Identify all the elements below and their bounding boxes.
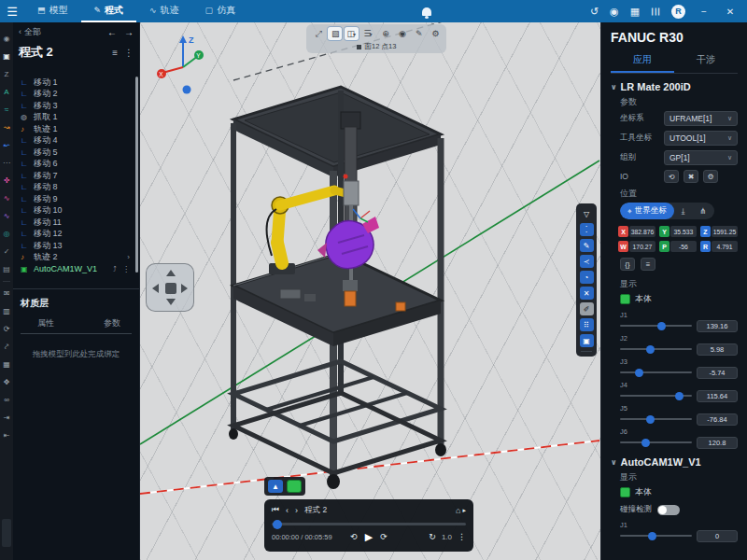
- viewport-tool-button[interactable]: ▧: [328, 27, 342, 40]
- nav-forward-icon[interactable]: →: [124, 27, 134, 37]
- machine-section-header[interactable]: ∨ AutoCAM1W_V1: [611, 456, 738, 468]
- edit-tool-button[interactable]: ▽: [580, 207, 594, 220]
- viewport-tool-button[interactable]: ☰▾: [361, 27, 375, 40]
- tool-frame-segment[interactable]: ⤓: [674, 203, 693, 219]
- rail-tool-icon[interactable]: ⇤: [4, 427, 10, 444]
- edit-tool-button[interactable]: ✎: [580, 239, 594, 252]
- rail-tool-icon[interactable]: ◉: [4, 30, 10, 48]
- viewport-tool-button[interactable]: ⚙: [428, 27, 442, 40]
- rail-tool-icon[interactable]: ✜: [4, 172, 10, 189]
- joint-value[interactable]: 115.64: [697, 390, 738, 402]
- loop-icon[interactable]: ⟳: [380, 532, 388, 541]
- playbar-program-label[interactable]: 程式 2: [304, 505, 327, 516]
- program-step[interactable]: ♪ 轨迹 2 ›: [13, 252, 139, 264]
- gripper-state-icon[interactable]: [287, 480, 302, 493]
- axis-value[interactable]: 1591.25: [712, 226, 738, 237]
- rail-tool-icon[interactable]: ✥: [4, 373, 10, 391]
- rail-tool-icon[interactable]: ⋯: [3, 154, 10, 172]
- restart-icon[interactable]: ⟲: [350, 532, 358, 541]
- pose-list-button[interactable]: ≡: [641, 258, 655, 271]
- main-tab[interactable]: ▢ 仿真: [192, 0, 249, 22]
- play-button[interactable]: ▶: [365, 531, 373, 543]
- dpad-down-icon[interactable]: [166, 299, 176, 305]
- orientation-gizmo[interactable]: Z X Y: [151, 28, 217, 103]
- machine-axis-value[interactable]: 0: [697, 530, 738, 542]
- axis-value[interactable]: 4.791: [712, 241, 738, 252]
- speed-value[interactable]: 1.0: [442, 533, 452, 541]
- apps-grid-icon[interactable]: ▦: [630, 6, 640, 18]
- program-step[interactable]: ∟ 移动 9: [13, 193, 139, 205]
- program-step[interactable]: ∟ 移动 13: [13, 240, 139, 252]
- back-to-all-button[interactable]: ‹ 全部: [19, 26, 41, 38]
- program-step[interactable]: ∟ 移动 3: [13, 100, 139, 112]
- copy-pose-button[interactable]: {}: [620, 258, 635, 271]
- joint-slider[interactable]: [620, 325, 692, 327]
- utool-select[interactable]: UTOOL[1]∨: [664, 131, 738, 146]
- more-options-icon[interactable]: ⋮: [124, 48, 134, 58]
- main-tab[interactable]: ∿ 轨迹: [136, 0, 192, 22]
- home-caret-icon[interactable]: ▸: [462, 507, 466, 514]
- program-step[interactable]: ∟ 移动 7: [13, 170, 139, 182]
- home-view-icon[interactable]: ⌂: [456, 506, 460, 515]
- playbar-menu-icon[interactable]: ⋮: [458, 532, 466, 541]
- edit-tool-button[interactable]: ▣: [580, 334, 594, 347]
- program-step[interactable]: ∟ 移动 5: [13, 147, 139, 159]
- program-step[interactable]: ◍ 抓取 1: [13, 112, 139, 124]
- rail-tool-icon[interactable]: ≈: [5, 101, 8, 119]
- hamburger-menu-icon[interactable]: ☰: [0, 5, 24, 19]
- io-button[interactable]: ⚙: [703, 170, 718, 183]
- rail-tool-icon[interactable]: ▦: [3, 356, 10, 373]
- joint-frame-segment[interactable]: ⋔: [693, 203, 714, 219]
- robot-color-checkbox[interactable]: [620, 294, 630, 304]
- program-step[interactable]: ∟ 移动 11: [13, 217, 139, 229]
- rail-tool-icon[interactable]: ↜: [4, 136, 10, 154]
- program-step[interactable]: ♪ 轨迹 1: [13, 123, 139, 135]
- viewport-tool-button[interactable]: ⤢: [311, 27, 325, 40]
- close-button[interactable]: ✕: [723, 7, 738, 17]
- collision-toggle[interactable]: [657, 505, 680, 515]
- machine-color-checkbox[interactable]: [620, 487, 630, 497]
- program-step[interactable]: ∟ 移动 6: [13, 159, 139, 171]
- viewport-tool-button[interactable]: ◉: [394, 27, 408, 40]
- rail-tool-icon[interactable]: ∿: [4, 207, 10, 225]
- dpad-center-button[interactable]: [165, 283, 176, 294]
- uframe-select[interactable]: UFRAME[1]∨: [664, 111, 738, 126]
- rail-tool-icon[interactable]: ⇥: [4, 409, 10, 427]
- axis-value[interactable]: -56: [670, 241, 697, 252]
- program-step[interactable]: ∟ 移动 1: [13, 77, 139, 89]
- program-step[interactable]: ▣ AutoCAM1W_V1 ⤴ ⋮: [13, 263, 139, 275]
- rail-tool-icon[interactable]: ✓: [4, 243, 10, 260]
- speed-icon[interactable]: ↻: [429, 532, 436, 541]
- panel-tab[interactable]: 干涉: [674, 50, 738, 73]
- step-back-icon[interactable]: ‹: [286, 506, 289, 515]
- main-tab[interactable]: ⬒ 模型: [24, 0, 81, 22]
- joint-slider-thumb[interactable]: [657, 322, 666, 330]
- dpad-left-icon[interactable]: [152, 284, 159, 293]
- timeline-thumb[interactable]: [273, 520, 282, 529]
- nav-back-icon[interactable]: ←: [107, 27, 117, 37]
- undo-icon[interactable]: ↺: [590, 6, 599, 18]
- world-frame-segment[interactable]: ⌖ 世界坐标: [620, 203, 674, 219]
- axis-value[interactable]: 382.876: [629, 226, 655, 237]
- tool-state-icon[interactable]: ▲: [268, 480, 283, 493]
- joint-value[interactable]: 139.16: [697, 320, 738, 332]
- viewport-3d[interactable]: Z X Y ⤢ ▧ ◫▾ ☰▾ ⊕: [140, 22, 600, 560]
- edit-tool-button[interactable]: ≺: [580, 255, 594, 268]
- joint-slider[interactable]: [620, 395, 692, 397]
- axis-value[interactable]: 170.27: [629, 241, 655, 252]
- joint-slider[interactable]: [620, 441, 692, 443]
- rail-tool-icon[interactable]: Z: [5, 65, 9, 83]
- axis-value[interactable]: 35.533: [670, 226, 697, 237]
- step-trailing-icons[interactable]: ›: [127, 253, 132, 261]
- io-button[interactable]: ✖: [684, 170, 698, 183]
- viewport-tool-button[interactable]: ✎: [411, 27, 425, 40]
- rail-tool-icon[interactable]: ↝: [4, 119, 10, 136]
- rail-tool-icon[interactable]: ⟳: [4, 320, 10, 338]
- notification-bell-icon[interactable]: [422, 7, 431, 16]
- edit-tool-button[interactable]: ◔: [580, 271, 594, 284]
- dpad-right-icon[interactable]: [181, 284, 188, 293]
- panel-tab[interactable]: 应用: [611, 50, 674, 73]
- io-button[interactable]: ⟲: [664, 170, 679, 183]
- rail-tool-icon[interactable]: ⤤: [5, 338, 9, 356]
- rail-tool-icon[interactable]: ▣: [3, 48, 10, 65]
